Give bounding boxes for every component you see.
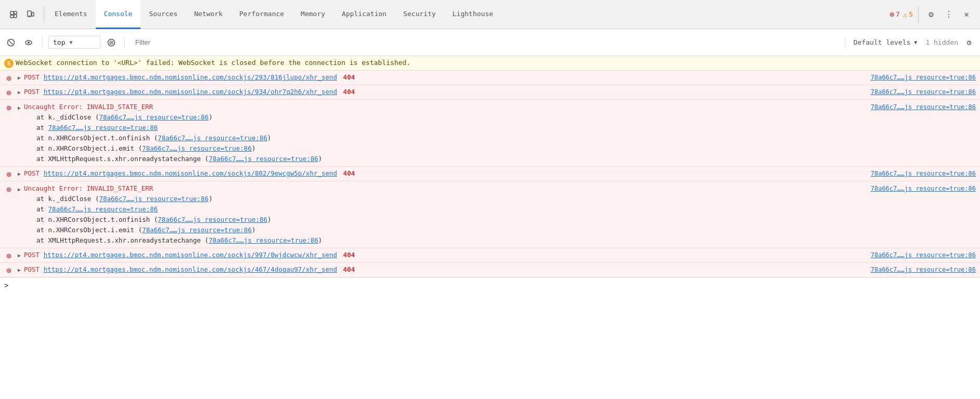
context-dropdown-arrow: ▼: [69, 39, 72, 45]
console-settings-icon[interactable]: ⚙: [962, 36, 976, 49]
expand-icon-1[interactable]: ▶: [16, 74, 23, 81]
tab-bar: Elements Console Sources Network Perform…: [0, 0, 980, 29]
expand-icon-2[interactable]: ▶: [16, 88, 23, 96]
eye-target-icon[interactable]: [105, 36, 118, 49]
warning-message: WebSocket connection to '<URL>' failed: …: [16, 58, 976, 69]
tab-memory[interactable]: Memory: [292, 0, 333, 29]
tab-security[interactable]: Security: [395, 0, 444, 29]
error-message-7: POST https://pt4.mortgages.bmoc.ndm.nomi…: [24, 264, 862, 275]
toolbar-right: 1 hidden ⚙: [925, 36, 976, 49]
tab-bar-divider-1: [44, 6, 44, 23]
error-icon-1: ⊗: [4, 73, 14, 83]
more-options-icon[interactable]: ⋮: [942, 7, 956, 22]
device-toolbar-icon[interactable]: [23, 7, 37, 22]
svg-point-13: [111, 42, 112, 43]
source-link-1[interactable]: 78a66c7……js resource=true:86: [862, 74, 976, 81]
expand-icon-4[interactable]: ▶: [16, 170, 23, 177]
svg-rect-1: [10, 15, 14, 18]
svg-rect-0: [10, 11, 14, 15]
error-icon-6: ⊗: [4, 251, 14, 260]
tab-lighthouse[interactable]: Lighthouse: [444, 0, 501, 29]
error-row-3: ⊗ ▶ Uncaught Error: INVALID_STATE_ERR at…: [0, 100, 980, 167]
devtools-icons: [2, 7, 42, 22]
tab-bar-right: ⊗ 7 ⚠ 5 ⚙ ⋮ ✕: [889, 6, 978, 23]
toolbar-divider-2: [124, 37, 125, 48]
error-row-4: ⊗ ▶ POST https://pt4.mortgages.bmoc.ndm.…: [0, 167, 980, 181]
source-link-5[interactable]: 78a66c7……js resource=true:86: [862, 185, 976, 192]
warning-triangle-icon: ⚠: [903, 10, 907, 19]
tab-application[interactable]: Application: [333, 0, 395, 29]
context-selector[interactable]: top ▼: [48, 36, 100, 49]
error-message-5: Uncaught Error: INVALID_STATE_ERR at k._…: [24, 183, 862, 246]
tab-sources[interactable]: Sources: [140, 0, 186, 29]
tab-performance[interactable]: Performance: [231, 0, 292, 29]
clear-console-icon[interactable]: [4, 36, 18, 49]
tab-console[interactable]: Console: [96, 0, 141, 29]
eye-icon[interactable]: [22, 36, 35, 49]
svg-rect-2: [14, 11, 17, 14]
error-message-4: POST https://pt4.mortgages.bmoc.ndm.nomi…: [24, 168, 862, 179]
levels-dropdown-arrow: ▼: [914, 39, 917, 45]
error-icon-2: ⊗: [4, 88, 14, 97]
error-count-badge[interactable]: ⊗ 7: [889, 10, 900, 19]
warning-row: 5 WebSocket connection to '<URL>' failed…: [0, 56, 980, 71]
warning-count: 5: [7, 60, 11, 67]
source-link-6[interactable]: 78a66c7……js resource=true:86: [862, 251, 976, 259]
error-message-2: POST https://pt4.mortgages.bmoc.ndm.nomi…: [24, 87, 862, 97]
warning-count-badge[interactable]: ⚠ 5: [903, 10, 913, 19]
error-row-5: ⊗ ▶ Uncaught Error: INVALID_STATE_ERR at…: [0, 181, 980, 248]
error-row-2: ⊗ ▶ POST https://pt4.mortgages.bmoc.ndm.…: [0, 85, 980, 100]
error-icon-4: ⊗: [4, 169, 14, 179]
filter-input[interactable]: [131, 36, 841, 48]
inspect-icon[interactable]: [6, 7, 21, 22]
error-icon-3: ⊗: [4, 103, 14, 112]
error-message-1: POST https://pt4.mortgages.bmoc.ndm.nomi…: [24, 72, 862, 83]
expand-icon-7[interactable]: ▶: [16, 266, 23, 273]
filter-separator: [845, 37, 845, 48]
svg-rect-3: [14, 15, 17, 18]
console-prompt-row[interactable]: >: [0, 277, 980, 292]
svg-line-8: [9, 41, 13, 44]
levels-dropdown[interactable]: Default levels ▼: [849, 36, 922, 48]
toolbar-divider-1: [42, 37, 42, 48]
source-link-3[interactable]: 78a66c7……js resource=true:86: [862, 103, 976, 111]
error-row-1: ⊗ ▶ POST https://pt4.mortgages.bmoc.ndm.…: [0, 71, 980, 85]
error-circle-icon: ⊗: [889, 10, 894, 19]
prompt-caret: >: [4, 281, 8, 289]
console-toolbar: top ▼ Default levels ▼ 1 hidden ⚙: [0, 29, 980, 56]
source-link-2[interactable]: 78a66c7……js resource=true:86: [862, 88, 976, 96]
tab-network[interactable]: Network: [186, 0, 231, 29]
error-row-7: ⊗ ▶ POST https://pt4.mortgages.bmoc.ndm.…: [0, 263, 980, 277]
expand-icon-5[interactable]: ▶: [16, 185, 23, 193]
settings-icon[interactable]: ⚙: [924, 7, 938, 22]
error-message-6: POST https://pt4.mortgages.bmoc.ndm.nomi…: [24, 250, 862, 260]
expand-icon-3[interactable]: ▶: [16, 104, 23, 111]
error-row-6: ⊗ ▶ POST https://pt4.mortgages.bmoc.ndm.…: [0, 248, 980, 263]
error-message-3: Uncaught Error: INVALID_STATE_ERR at k._…: [24, 102, 862, 164]
error-icon-7: ⊗: [4, 265, 14, 275]
error-icon-5: ⊗: [4, 184, 14, 194]
expand-icon-6[interactable]: ▶: [16, 251, 23, 259]
source-link-4[interactable]: 78a66c7……js resource=true:86: [862, 170, 976, 177]
source-link-7[interactable]: 78a66c7……js resource=true:86: [862, 266, 976, 273]
svg-point-10: [28, 42, 30, 44]
tab-elements[interactable]: Elements: [46, 0, 96, 29]
console-log: 5 WebSocket connection to '<URL>' failed…: [0, 56, 980, 399]
warning-icon: 5: [4, 59, 14, 68]
close-devtools-icon[interactable]: ✕: [959, 7, 974, 22]
tab-bar-divider-2: [918, 6, 919, 23]
svg-rect-5: [32, 12, 34, 16]
